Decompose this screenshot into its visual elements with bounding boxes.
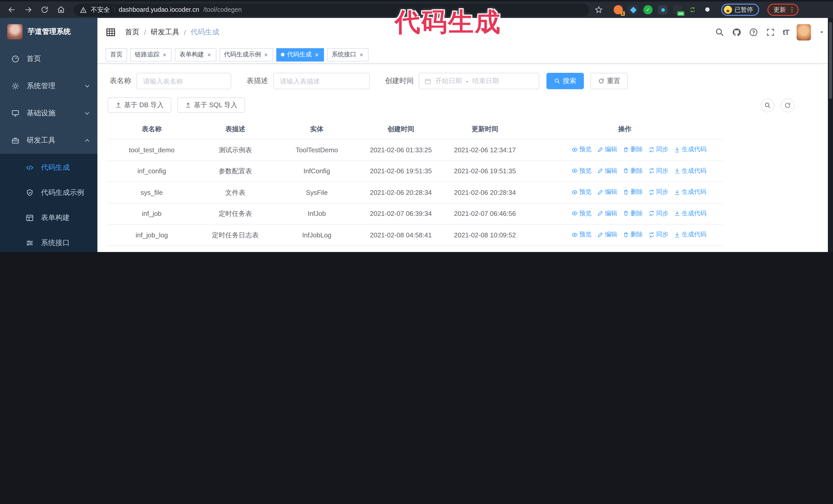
close-icon[interactable] [207,52,212,57]
action-generate-code[interactable]: 生成代码 [674,187,706,197]
eye-icon [572,168,578,174]
sidebar-subitem-shield[interactable]: 代码生成示例 [0,180,97,205]
extension-icon[interactable] [628,5,638,14]
breadcrumb-item[interactable]: 研发工具 [151,27,180,37]
recorder-paused-badge[interactable]: 已暂停 [721,4,759,16]
reload-button[interactable] [38,3,51,17]
toggle-search-button[interactable] [761,98,775,112]
table-name-input[interactable] [136,73,231,89]
search-button[interactable]: 搜索 [546,73,584,89]
address-bar[interactable]: 不安全 dashboard.yudao.iocoder.cn/tool/code… [74,3,589,16]
home-button[interactable] [54,3,68,17]
chrome-update-button[interactable]: 更新 [767,4,799,16]
back-button[interactable] [5,3,19,17]
cell-table-desc: 文件表 [196,182,275,203]
action-delete[interactable]: 删除 [623,165,643,176]
action-edit[interactable]: 编辑 [597,208,617,219]
tab-item[interactable]: 系统接口 [327,48,368,61]
table-desc-input[interactable] [273,73,370,89]
kebab-menu-icon[interactable] [788,6,795,13]
action-delete[interactable]: 删除 [623,208,643,219]
reset-button[interactable]: 重置 [591,73,628,89]
import-db-button[interactable]: 基于 DB 导入 [108,97,171,113]
font-size-icon[interactable]: tT [783,28,789,37]
action-delete[interactable]: 删除 [623,250,643,252]
tab-item[interactable]: 表单构建 [175,48,216,61]
trash-icon [623,168,629,174]
bookmark-star-icon[interactable] [592,3,605,17]
extensions-puzzle-icon[interactable] [703,5,712,14]
action-sync[interactable]: 同步 [648,250,668,252]
extension-icon[interactable] [688,5,697,14]
extension-icon[interactable]: 1 [614,5,623,14]
cell-create-time: 2021-02-06 20:28:34 [359,182,443,203]
action-delete[interactable]: 删除 [623,229,643,240]
action-preview[interactable]: 预览 [572,187,592,197]
sidebar-item-gear[interactable]: 系统管理 [0,72,97,99]
scrollbar-thumb[interactable] [829,22,832,99]
sidebar-subitem-form[interactable]: 表单构建 [0,205,97,230]
hamburger-icon[interactable] [105,27,116,37]
scrollbar[interactable] [828,18,833,252]
action-edit[interactable]: 编辑 [597,250,617,252]
extension-icon[interactable] [658,5,667,14]
sidebar-item-monitor[interactable]: 基础设施 [0,99,97,127]
calendar-icon [425,78,431,85]
caret-down-icon[interactable] [819,29,825,35]
table-row[interactable]: sys_file文件表SysFile2021-02-06 20:28:34202… [108,182,723,203]
action-delete[interactable]: 删除 [623,144,643,155]
action-sync[interactable]: 同步 [648,144,668,155]
tab-item[interactable]: 代码生成 [276,48,324,61]
table-row[interactable]: inf_api_access_logAPI 访问日志表InfApiAccessL… [108,246,723,252]
search-icon[interactable] [715,27,724,37]
action-preview[interactable]: 预览 [572,165,592,176]
table-row[interactable]: inf_config参数配置表InfConfig2021-02-06 19:51… [108,161,723,182]
refresh-table-button[interactable] [781,98,794,112]
help-icon[interactable] [749,27,758,37]
action-generate-code[interactable]: 生成代码 [674,165,706,176]
action-generate-code[interactable]: 生成代码 [674,250,706,252]
app-logo[interactable]: 芋道管理系统 [0,18,97,45]
table-row[interactable]: inf_job定时任务表InfJob2021-02-07 06:39:34202… [108,203,723,224]
action-edit[interactable]: 编辑 [597,187,617,197]
sidebar-subitem-sliders[interactable]: 系统接口 [0,230,97,252]
action-generate-code[interactable]: 生成代码 [674,144,706,155]
import-sql-button[interactable]: 基于 SQL 导入 [177,97,245,113]
date-range-picker[interactable]: 开始日期 - 结束日期 [419,73,539,89]
tab-item[interactable]: 代码生成示例 [219,48,273,61]
column-header: 更新时间 [443,119,527,139]
fullscreen-icon[interactable] [766,27,775,37]
action-sync[interactable]: 同步 [648,229,668,240]
extension-icon[interactable]: ✓ [643,5,652,14]
tab-item[interactable]: 链路追踪 [130,48,172,61]
sidebar-item-toolbox[interactable]: 研发工具 [0,127,97,154]
close-icon[interactable] [263,52,269,57]
action-preview[interactable]: 预览 [572,250,592,252]
close-icon[interactable] [314,52,319,57]
action-generate-code[interactable]: 生成代码 [674,208,706,219]
action-sync[interactable]: 同步 [648,187,668,197]
table-row[interactable]: inf_job_log定时任务日志表InfJobLog2021-02-08 04… [108,224,723,246]
tab-item[interactable]: 首页 [105,48,127,61]
close-icon[interactable] [359,52,364,57]
extension-icon[interactable]: on [673,5,682,14]
breadcrumb-item[interactable]: 首页 [125,27,139,37]
action-delete[interactable]: 删除 [623,187,643,197]
user-avatar[interactable] [796,24,811,40]
github-icon[interactable] [732,27,741,37]
forward-button[interactable] [22,3,35,17]
action-generate-code[interactable]: 生成代码 [674,229,706,240]
action-preview[interactable]: 预览 [572,144,592,155]
action-edit[interactable]: 编辑 [597,144,617,155]
close-icon[interactable] [162,52,167,57]
sidebar-item-dashboard[interactable]: 首页 [0,45,97,72]
action-edit[interactable]: 编辑 [597,165,617,176]
eye-icon [572,146,578,152]
action-sync[interactable]: 同步 [648,208,668,219]
action-preview[interactable]: 预览 [572,229,592,240]
table-row[interactable]: tool_test_demo测试示例表ToolTestDemo2021-02-0… [108,139,723,161]
action-preview[interactable]: 预览 [572,208,592,219]
sidebar-subitem-code[interactable]: 代码生成 [0,155,97,180]
action-sync[interactable]: 同步 [648,165,668,176]
action-edit[interactable]: 编辑 [597,229,617,240]
